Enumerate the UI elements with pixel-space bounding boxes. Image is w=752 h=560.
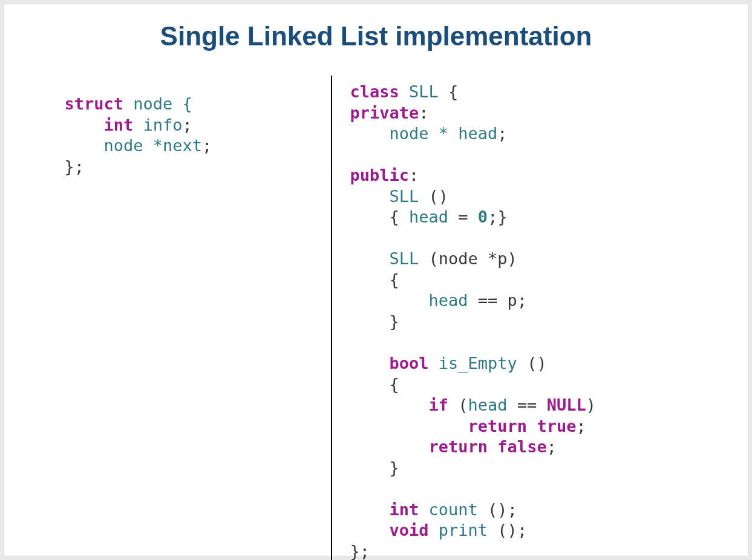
slide-title: Single Linked List implementation [28,21,724,51]
method-is-empty: is_Empty [429,354,517,373]
keyword-private: private [350,103,419,122]
parens: () [419,187,448,206]
assign: = [448,207,478,226]
parens: () [517,354,547,373]
keyword-int: int [390,500,419,519]
compare-p: == p; [468,291,528,310]
parens-semi: (); [488,521,527,539]
struct-name: node { [123,94,192,113]
keyword-return: return [429,437,488,456]
keyword-class: class [350,82,399,101]
keyword-public: public [350,166,410,184]
keyword-if: if [429,396,449,414]
paren-open: ( [448,396,468,414]
type-node-ptr: node * [104,136,163,155]
paren-close: ) [586,396,596,414]
keyword-return: return [468,417,528,435]
semicolon: ; [202,136,212,155]
brace-open: { [390,270,399,289]
field-head: head [458,124,497,143]
keyword-void: void [390,521,429,539]
keyword-false: false [497,437,546,456]
field-info: info [133,116,182,134]
ctor-name: SLL [390,187,419,206]
space [488,437,497,456]
class-name: SLL [399,82,439,101]
semicolon: ; [497,124,507,143]
class-close: }; [350,542,370,560]
keyword-int: int [104,116,134,134]
semicolon: ; [576,417,586,435]
var-head: head [409,207,448,226]
brace-open: { [439,82,459,101]
code-columns: struct node { int info; node *next; }; c… [28,76,724,560]
method-count: count [419,500,478,519]
space [527,417,537,435]
semicolon: ; [547,437,557,456]
var-head: head [468,396,508,414]
semicolon: ; [183,116,192,134]
keyword-bool: bool [390,354,429,373]
parens-semi: (); [478,500,517,519]
slide-container: Single Linked List implementation struct… [4,4,748,556]
brace-close: } [390,458,399,477]
keyword-null: NULL [547,396,586,414]
colon: : [409,166,419,184]
type-node: node * [390,124,459,143]
right-column: class SLL { private: node * head; public… [331,76,688,560]
brace-open: { [390,207,410,226]
field-next: next [163,136,202,155]
compare: == [508,396,547,414]
literal-zero: 0 [478,207,488,226]
brace-open: { [390,375,399,394]
struct-node-code: struct node { int info; node *next; }; [65,94,316,177]
ctor-name-param: SLL [390,249,419,268]
brace-close: ;} [488,207,508,226]
class-sll-code: class SLL { private: node * head; public… [350,82,688,560]
keyword-true: true [537,417,576,435]
var-head: head [429,291,468,310]
brace-close: } [390,312,399,331]
struct-close: }; [65,157,85,176]
keyword-struct: struct [65,94,124,113]
colon: : [419,103,428,122]
left-column: struct node { int info; node *next; }; [65,76,331,560]
method-print: print [429,521,488,539]
param-list: (node *p) [419,249,517,268]
